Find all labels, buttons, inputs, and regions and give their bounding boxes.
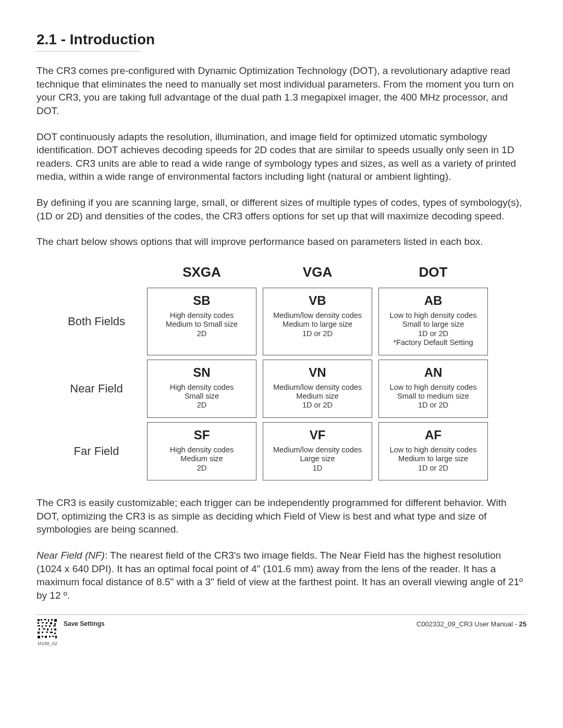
cell-line: Medium/low density codes [266, 311, 369, 320]
cell-code: VN [266, 365, 369, 380]
cell-code: AB [382, 293, 484, 308]
footer-rule [36, 614, 527, 615]
cell-line: 1D or 2D [382, 329, 484, 338]
cell-af: AF Low to high density codes Medium to l… [378, 422, 488, 480]
intro-paragraph-1: The CR3 comes pre-configured with Dynami… [36, 64, 527, 118]
svg-rect-12 [38, 625, 40, 626]
corner-blank [52, 264, 141, 283]
svg-rect-15 [49, 625, 51, 627]
svg-rect-19 [47, 628, 48, 631]
cell-code: AF [382, 428, 484, 442]
svg-rect-13 [42, 625, 43, 627]
svg-rect-7 [38, 622, 39, 624]
cell-line: Small size [151, 392, 253, 401]
svg-rect-26 [54, 633, 56, 634]
cell-sn: SN High density codes Small size 2D [147, 360, 256, 418]
row-heading-far-field: Far Field [52, 422, 141, 480]
svg-rect-4 [48, 619, 49, 622]
svg-rect-30 [49, 636, 51, 637]
row-heading-near-field: Near Field [52, 360, 141, 418]
title-rule [36, 51, 141, 52]
cell-sf: SF High density codes Medium size 2D [147, 422, 256, 480]
cell-line: High density codes [151, 446, 253, 454]
cell-line: 1D or 2D [266, 329, 369, 338]
svg-rect-21 [54, 628, 56, 631]
svg-rect-29 [45, 636, 47, 638]
svg-rect-14 [45, 625, 47, 626]
cell-line: Medium size [151, 454, 253, 463]
svg-rect-23 [42, 632, 43, 633]
svg-rect-17 [39, 628, 40, 630]
cell-vn: VN Medium/low density codes Medium size … [263, 360, 372, 418]
cell-line: 2D [151, 401, 253, 410]
svg-rect-18 [43, 628, 45, 630]
cell-code: AN [382, 365, 484, 380]
save-settings-label: Save Settings [64, 618, 105, 627]
intro-paragraph-2: DOT continuously adapts the resolution, … [36, 130, 527, 184]
svg-rect-27 [38, 636, 40, 638]
svg-rect-10 [50, 622, 52, 624]
footer: M188_02 Save Settings C002332_09_CR3 Use… [36, 618, 527, 646]
svg-rect-22 [38, 632, 40, 634]
intro-paragraph-4: The chart below shows options that will … [36, 235, 527, 249]
cell-line: 1D or 2D [266, 401, 369, 410]
footer-right: C002332_09_CR3 User Manual - 25 [417, 618, 527, 628]
svg-rect-2 [41, 619, 42, 621]
svg-rect-32 [55, 636, 57, 638]
cell-vf: VF Medium/low density codes Large size 1… [263, 422, 372, 480]
cell-line: Medium to large size [382, 454, 484, 463]
cell-code: SF [151, 428, 253, 442]
svg-rect-24 [46, 632, 48, 633]
near-field-paragraph: Near Field (NF): The nearest field of th… [36, 549, 527, 602]
cell-an: AN Low to high density codes Small to me… [378, 360, 488, 418]
cell-line: Medium size [266, 392, 369, 401]
svg-rect-31 [52, 636, 54, 637]
cell-code: VF [266, 428, 369, 442]
cell-ab: AB Low to high density codes Small to la… [378, 288, 488, 355]
cell-line: Large size [266, 454, 369, 463]
cell-line: Medium to Small size [151, 320, 253, 329]
cell-line: Low to high density codes [382, 311, 484, 320]
doc-id: C002332_09_CR3 User Manual [417, 620, 513, 628]
svg-rect-20 [51, 628, 52, 630]
sep: - [513, 620, 519, 628]
near-field-term: Near Field (NF) [36, 550, 105, 561]
svg-rect-8 [42, 622, 44, 623]
cell-line: *Factory Default Setting [382, 338, 484, 347]
cell-line: 1D [266, 464, 369, 473]
cell-vb: VB Medium/low density codes Medium to la… [263, 288, 372, 355]
cell-line: High density codes [151, 311, 253, 320]
col-heading-sxga: SXGA [147, 264, 256, 283]
svg-rect-1 [38, 619, 40, 621]
svg-rect-3 [44, 619, 46, 620]
svg-rect-11 [54, 623, 56, 625]
cell-line: 1D or 2D [382, 464, 484, 473]
svg-rect-9 [46, 622, 47, 624]
page-number: 25 [519, 620, 527, 628]
cell-sb: SB High density codes Medium to Small si… [147, 288, 256, 355]
near-field-desc: : The nearest field of the CR3's two ima… [36, 550, 523, 601]
cell-line: 2D [151, 329, 253, 338]
qr-code-label: M188_02 [36, 641, 58, 646]
svg-rect-16 [53, 625, 56, 626]
cell-line: Low to high density codes [382, 446, 484, 454]
cell-line: Low to high density codes [382, 383, 484, 392]
section-title: 2.1 - Introduction [36, 31, 527, 48]
performance-chart: SXGA VGA DOT Both Fields SB High density… [52, 264, 527, 480]
cell-code: VB [266, 293, 369, 308]
cell-line: Medium/low density codes [266, 446, 369, 454]
page: 2.1 - Introduction The CR3 comes pre-con… [0, 0, 563, 662]
cell-code: SN [151, 365, 253, 380]
svg-rect-6 [54, 619, 57, 622]
cell-line: Small to medium size [382, 392, 484, 401]
cell-line: 1D or 2D [382, 401, 484, 410]
cell-line: Small to large size [382, 320, 484, 329]
svg-rect-25 [50, 632, 53, 633]
svg-rect-28 [42, 636, 43, 637]
cell-line: High density codes [151, 383, 253, 392]
qr-code-icon: M188_02 [36, 618, 58, 646]
col-heading-dot: DOT [378, 264, 488, 283]
row-heading-both-fields: Both Fields [52, 288, 141, 355]
svg-rect-5 [51, 619, 53, 621]
post-chart-paragraph-1: The CR3 is easily customizable; each tri… [36, 496, 527, 536]
